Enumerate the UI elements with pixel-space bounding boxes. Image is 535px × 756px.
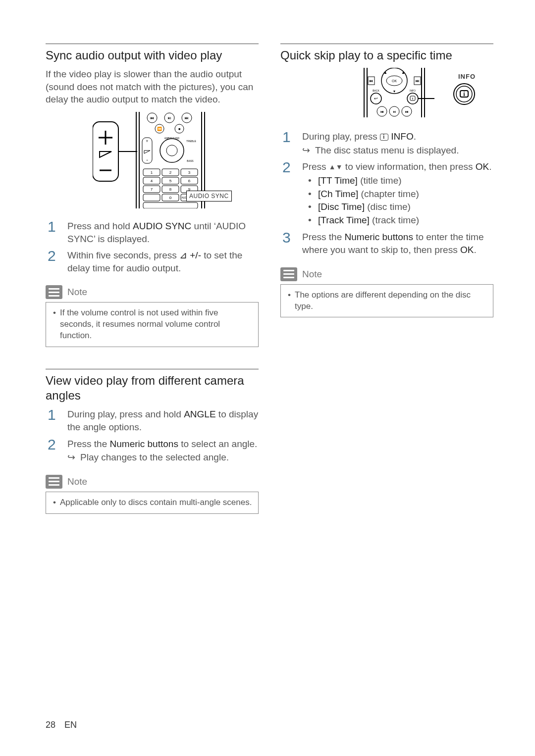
intro-text: If the video play is slower than the aud… — [46, 68, 259, 106]
skip-step-3: Press the Numeric buttons to enter the t… — [280, 231, 493, 256]
svg-text:TREBLE: TREBLE — [186, 140, 196, 143]
svg-text:⏭: ⏭ — [405, 110, 409, 113]
svg-text:OK: OK — [392, 79, 397, 83]
heading-quickskip: Quick skip play to a specific time — [280, 48, 493, 63]
svg-text:AMBISOUND: AMBISOUND — [164, 137, 180, 140]
note-box: Applicable only to discs contain multi-a… — [46, 492, 259, 514]
note-label: Note — [67, 476, 87, 487]
svg-text:-: - — [146, 156, 148, 162]
remote-nav-illustration: OK ⏮ ⏭ ▲ ▲ ▾ ↩ BACK i INFO ⏮ ⏯ ⏭ — [337, 68, 436, 117]
opt-track: [Track Time] (track time) — [302, 214, 493, 227]
note-box: The options are different depending on t… — [280, 284, 493, 318]
info-icon — [380, 134, 388, 141]
svg-text:⏮: ⏮ — [150, 116, 154, 120]
svg-text:▲: ▲ — [383, 70, 387, 75]
svg-text:0: 0 — [169, 196, 172, 200]
angle-step-1: During play, press and hold ANGLE to dis… — [46, 408, 259, 433]
callout-audiosync: AUDIO SYNC — [186, 191, 232, 202]
note-icon — [280, 267, 297, 281]
info-button-icon: i — [453, 83, 476, 105]
svg-text:8: 8 — [169, 187, 172, 192]
svg-text:⏯: ⏯ — [167, 116, 171, 120]
angle-step-2: Press the Numeric buttons to select an a… — [46, 438, 259, 464]
svg-rect-45 — [143, 194, 160, 201]
svg-text:▲: ▲ — [401, 70, 405, 75]
svg-text:5: 5 — [169, 179, 172, 183]
skip-step-1: During play, press INFO. The disc status… — [280, 130, 493, 156]
svg-text:6: 6 — [188, 179, 191, 183]
svg-text:⏯: ⏯ — [393, 110, 396, 113]
note-label: Note — [302, 269, 322, 280]
svg-text:⏪: ⏪ — [157, 126, 162, 131]
svg-text:⏮: ⏮ — [369, 79, 373, 83]
svg-text:3: 3 — [188, 170, 191, 175]
svg-text:■: ■ — [178, 127, 180, 131]
skip-result-1: The disc status menu is displayed. — [302, 144, 493, 157]
angle-result: Play changes to the selected angle. — [67, 451, 259, 464]
svg-text:i: i — [412, 97, 413, 101]
svg-text:7: 7 — [151, 187, 153, 192]
svg-text:BACK: BACK — [373, 89, 379, 92]
note-icon — [46, 475, 62, 489]
sync-step-2: Within five seconds, press ⊿ +/- to set … — [46, 249, 259, 274]
note-label: Note — [67, 287, 87, 298]
svg-rect-50 — [143, 202, 198, 208]
svg-text:BASS: BASS — [187, 159, 194, 162]
svg-text:⏭: ⏭ — [185, 116, 189, 120]
skip-step-2: Press to view information, then press OK… — [280, 160, 493, 227]
callout-label-info: INFO — [458, 73, 476, 80]
svg-point-23 — [166, 145, 177, 156]
sync-step-1: Press and hold AUDIO SYNC until ‘AUDIO S… — [46, 220, 259, 245]
heading-angles: View video play from different camera an… — [46, 373, 259, 403]
opt-tt: [TT Time] (title time) — [302, 174, 493, 188]
svg-text:+: + — [146, 139, 148, 144]
page-footer: 28EN — [46, 720, 77, 730]
svg-text:1: 1 — [151, 170, 153, 175]
note-icon — [46, 285, 62, 299]
svg-text:4: 4 — [151, 179, 153, 183]
heading-sync: Sync audio output with video play — [46, 48, 259, 63]
opt-disc: [Disc Time] (disc time) — [302, 201, 493, 214]
svg-text:⏭: ⏭ — [416, 79, 420, 83]
svg-text:2: 2 — [169, 170, 172, 175]
svg-text:▾: ▾ — [393, 89, 395, 94]
opt-ch: [Ch Time] (chapter time) — [302, 188, 493, 201]
svg-text:⏮: ⏮ — [380, 110, 384, 113]
note-box: If the volume control is not used within… — [46, 302, 259, 347]
svg-text:↩: ↩ — [374, 96, 378, 101]
svg-text:INFO: INFO — [410, 89, 416, 92]
